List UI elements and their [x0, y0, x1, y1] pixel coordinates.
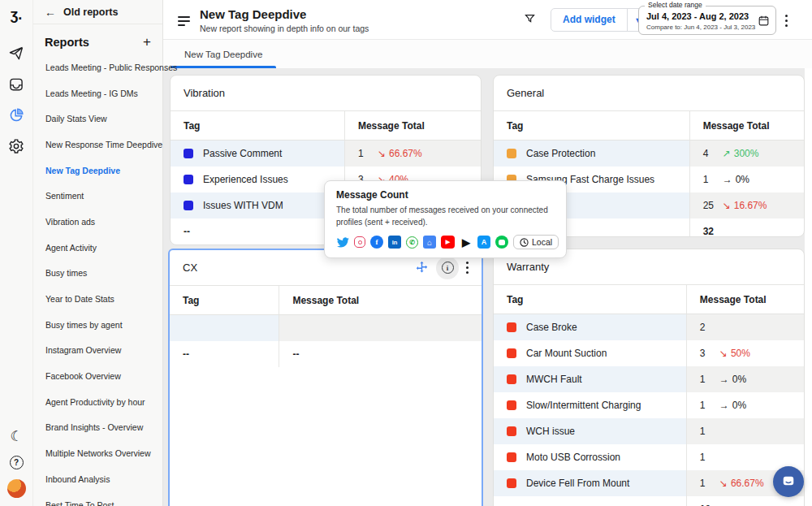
- report-kebab-menu[interactable]: [782, 13, 790, 28]
- trend-down: ↘66.67%: [378, 148, 422, 159]
- sidebar-item[interactable]: Instagram Overview: [33, 338, 162, 364]
- inbox-icon[interactable]: [7, 76, 25, 93]
- add-report-button[interactable]: +: [143, 35, 151, 49]
- chat-launcher-button[interactable]: [773, 466, 804, 497]
- column-header-message-total: Message Total: [344, 111, 481, 140]
- reports-list: Leads Meeting - Public ResponsesLeads Me…: [33, 54, 162, 506]
- tag-label: Moto USB Corrossion: [526, 452, 620, 463]
- sidebar-item[interactable]: Facebook Overview: [33, 363, 162, 389]
- trend-flat: →0%: [719, 400, 746, 411]
- message-total-value: 4: [703, 148, 716, 159]
- trend-flat: →0%: [723, 174, 749, 185]
- move-widget-icon[interactable]: [415, 261, 429, 275]
- message-total-value: 1: [358, 148, 371, 159]
- sidebar-item[interactable]: Vibration ads: [33, 209, 162, 235]
- clock-icon: [520, 238, 529, 247]
- table-row: Passive Comment1↘66.67%: [171, 141, 481, 167]
- trend-down: ↘66.67%: [719, 478, 764, 489]
- tag-color-swatch-icon: [184, 149, 193, 158]
- sidebar-item[interactable]: Best Time To Post: [33, 492, 162, 506]
- trend-percent: 0%: [736, 174, 749, 185]
- sidebar-item[interactable]: Busy times: [33, 261, 162, 287]
- sidebar-item[interactable]: New Response Time Deepdive: [33, 132, 162, 158]
- linkedin-icon: in: [388, 236, 401, 249]
- table-row: Case Broke2: [494, 314, 804, 340]
- message-total-value: --: [292, 348, 305, 360]
- facebook-icon: f: [370, 236, 383, 249]
- metric-tooltip: Message Count The total number of messag…: [324, 180, 567, 258]
- sidebar-item[interactable]: Multiple Networks Overview: [33, 440, 162, 466]
- trend-percent: 66.67%: [731, 478, 764, 489]
- sidebar-toggle-icon[interactable]: [178, 16, 190, 28]
- table-row: --10: [494, 496, 804, 506]
- message-total-value: 1: [700, 374, 713, 385]
- message-total-value: 2: [700, 322, 713, 333]
- table-row: Moto USB Corrossion1: [494, 444, 804, 470]
- google-play-icon: ▶: [460, 236, 473, 249]
- tab-bar: New Tag Deepdive: [163, 40, 812, 68]
- date-range-compare: Compare to: Jun 4, 2023 - Jul 3, 2023: [646, 24, 755, 31]
- settings-gear-icon[interactable]: [7, 137, 25, 155]
- publish-icon[interactable]: [7, 45, 25, 63]
- reports-icon[interactable]: [7, 106, 25, 124]
- dark-mode-moon-icon[interactable]: ☾: [7, 427, 25, 445]
- tag-color-swatch-icon: [507, 400, 516, 410]
- column-header-message-total: Message Total: [689, 111, 804, 140]
- message-total-value: 1: [700, 452, 713, 463]
- page-subtitle: New report showing in depth info on our …: [200, 24, 369, 33]
- trend-arrow-icon: ↘: [719, 348, 728, 359]
- date-range-value: Jul 4, 2023 - Aug 2, 2023: [646, 11, 749, 21]
- sidebar-item[interactable]: Year to Date Stats: [33, 286, 162, 312]
- line-icon: [495, 236, 508, 249]
- table-row: Car Mount Suction3↘50%: [494, 340, 804, 366]
- column-header-tag: Tag: [494, 111, 689, 140]
- sidebar-item[interactable]: Agent Productivity by hour: [33, 389, 162, 415]
- filter-icon[interactable]: [524, 12, 536, 28]
- calendar-icon: [758, 15, 770, 30]
- help-icon[interactable]: ?: [7, 453, 25, 471]
- reports-section-title: Reports: [45, 36, 89, 49]
- widget-warranty: WarrantyTagMessage TotalCase Broke2Car M…: [493, 249, 805, 506]
- trend-arrow-icon: ↘: [378, 148, 386, 159]
- user-avatar[interactable]: [7, 479, 26, 498]
- report-canvas: VibrationTagMessage TotalPassive Comment…: [163, 68, 812, 506]
- column-header-message-total: Message Total: [279, 286, 482, 314]
- tooltip-title: Message Count: [336, 189, 555, 201]
- tag-color-swatch-icon: [507, 322, 516, 332]
- message-total-value: 25: [703, 200, 716, 211]
- sidebar-item[interactable]: Leads Meeting - IG DMs: [33, 80, 162, 106]
- table-row: Device Fell From Mount1↘66.67%: [494, 470, 804, 496]
- widget-kebab-menu[interactable]: [466, 261, 469, 275]
- date-range-picker[interactable]: Select date range Jul 4, 2023 - Aug 2, 2…: [638, 6, 776, 35]
- trend-down: ↘50%: [719, 348, 750, 359]
- tag-label: Case Broke: [526, 322, 577, 333]
- sidebar-item[interactable]: New Tag Deepdive: [33, 158, 162, 184]
- tag-color-swatch-icon: [507, 478, 516, 488]
- sidebar-item[interactable]: Sentiment: [33, 183, 162, 209]
- sidebar-item[interactable]: Agent Activity: [33, 235, 162, 261]
- sidebar-item[interactable]: Daily Stats View: [33, 106, 162, 132]
- sidebar-item[interactable]: Inbound Analysis: [33, 466, 162, 492]
- trend-down: ↘16.67%: [723, 200, 767, 211]
- column-header-tag: Tag: [171, 111, 344, 140]
- trend-arrow-icon: ↘: [719, 478, 728, 489]
- trend-percent: 16.67%: [734, 200, 767, 211]
- tag-color-swatch-icon: [507, 348, 516, 358]
- info-icon[interactable]: i: [436, 257, 459, 279]
- sidebar-item[interactable]: Brand Insights - Overview: [33, 415, 162, 441]
- back-arrow-icon: ←: [45, 6, 56, 19]
- tag-label: Experienced Issues: [203, 174, 288, 185]
- widget-cx: CXiTagMessage Total----: [168, 249, 483, 506]
- sidebar-back[interactable]: ← Old reports: [33, 0, 162, 24]
- add-widget-button[interactable]: Add widget ▼: [551, 8, 650, 32]
- reports-sidebar: ← Old reports Reports + Leads Meeting - …: [33, 0, 163, 506]
- scrollbar-gutter[interactable]: [805, 68, 812, 506]
- tag-color-swatch-icon: [507, 149, 516, 158]
- widget-title: Vibration: [184, 87, 225, 99]
- back-label: Old reports: [63, 6, 118, 18]
- sidebar-item[interactable]: Busy times by agent: [33, 312, 162, 338]
- tab-new-tag-deepdive[interactable]: New Tag Deepdive: [171, 40, 276, 68]
- sidebar-item[interactable]: Leads Meeting - Public Responses: [33, 54, 162, 80]
- tag-color-swatch-icon: [507, 452, 516, 462]
- trend-up: ↗300%: [723, 148, 759, 159]
